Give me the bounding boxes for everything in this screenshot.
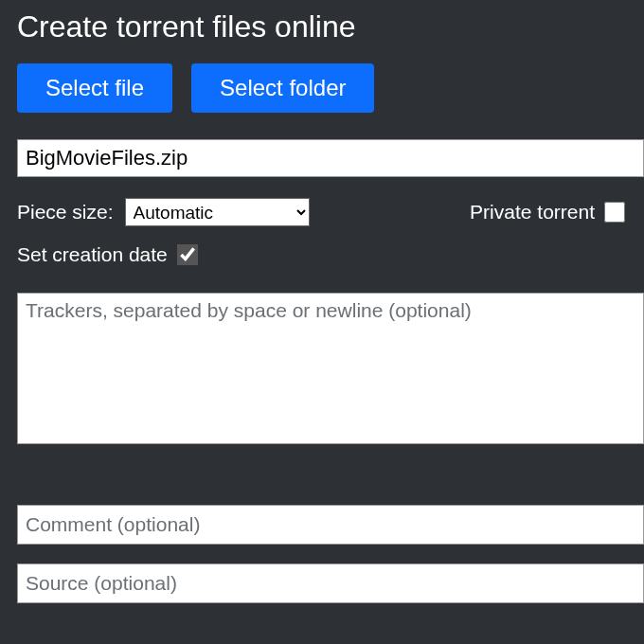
private-torrent-checkbox[interactable] bbox=[604, 202, 625, 223]
comment-input[interactable] bbox=[17, 505, 644, 545]
filename-input[interactable] bbox=[17, 139, 644, 177]
creation-date-checkbox[interactable] bbox=[177, 244, 198, 265]
piece-size-label: Piece size: bbox=[17, 201, 114, 224]
private-torrent-group: Private torrent bbox=[470, 201, 644, 224]
creation-date-label: Set creation date bbox=[17, 243, 168, 266]
file-select-row: Select file Select folder bbox=[17, 63, 644, 113]
piece-size-select[interactable]: Automatic bbox=[125, 198, 310, 226]
piece-size-group: Piece size: Automatic bbox=[17, 198, 310, 226]
source-input[interactable] bbox=[17, 564, 644, 603]
creation-date-group: Set creation date bbox=[17, 243, 644, 266]
select-file-button[interactable]: Select file bbox=[17, 63, 172, 113]
private-torrent-label: Private torrent bbox=[470, 201, 595, 224]
trackers-textarea[interactable] bbox=[17, 293, 644, 444]
page-title: Create torrent files online bbox=[17, 0, 644, 63]
options-row: Piece size: Automatic Private torrent bbox=[17, 198, 644, 226]
spacer bbox=[17, 448, 644, 505]
select-folder-button[interactable]: Select folder bbox=[191, 63, 374, 113]
